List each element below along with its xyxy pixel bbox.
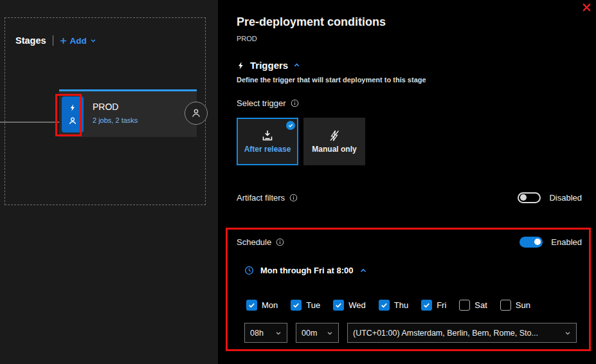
stage-connector-line xyxy=(0,122,60,123)
minute-select[interactable]: 00m xyxy=(296,323,339,343)
stages-label: Stages xyxy=(15,35,46,46)
toggle-knob xyxy=(534,239,541,245)
selected-radio-icon xyxy=(286,121,295,130)
hour-select[interactable]: 08h xyxy=(244,323,287,343)
person-icon xyxy=(191,108,201,118)
person-icon xyxy=(68,116,77,125)
stage-card-prod[interactable]: PROD 2 jobs, 2 tasks xyxy=(59,89,197,137)
info-icon[interactable] xyxy=(289,194,298,202)
day-checkbox-sun[interactable]: Sun xyxy=(500,300,530,311)
day-label: Tue xyxy=(306,300,320,310)
day-checkbox-tue[interactable]: Tue xyxy=(291,300,320,311)
lightning-icon xyxy=(69,104,77,112)
day-label: Thu xyxy=(394,300,408,310)
day-checkbox-wed[interactable]: Wed xyxy=(333,300,366,311)
schedule-days-row: Mon Tue Wed Thu Fri Sat xyxy=(246,300,530,311)
schedule-toggle[interactable] xyxy=(519,237,543,248)
day-label: Sun xyxy=(516,300,530,310)
stage-jobs-tasks-link[interactable]: 2 jobs, 2 tasks xyxy=(93,116,138,124)
day-label: Wed xyxy=(348,300,366,310)
trigger-options: After release Manual only xyxy=(237,118,365,165)
panel-stage-name: PROD xyxy=(237,35,257,42)
triggers-section-header[interactable]: Triggers xyxy=(237,60,300,71)
day-checkbox-fri[interactable]: Fri xyxy=(421,300,446,311)
day-checkbox-thu[interactable]: Thu xyxy=(379,300,408,311)
lightning-icon xyxy=(237,61,245,70)
day-checkbox-mon[interactable]: Mon xyxy=(246,300,278,311)
select-trigger-label: Select trigger xyxy=(237,98,286,108)
select-trigger-row: Select trigger xyxy=(237,98,299,108)
panel-title: Pre-deployment conditions xyxy=(237,15,386,29)
after-release-icon xyxy=(261,129,274,142)
artifact-filters-toggle[interactable] xyxy=(518,192,541,203)
trigger-option-manual-only[interactable]: Manual only xyxy=(303,118,365,165)
triggers-description: Define the trigger that will start deplo… xyxy=(237,76,426,84)
clock-icon xyxy=(244,266,254,275)
stage-card-accent-bar xyxy=(59,89,197,91)
schedule-summary-text: Mon through Fri at 8:00 xyxy=(260,266,353,275)
artifact-filters-row: Artifact filters Disabled xyxy=(237,190,582,205)
schedule-time-row: 08h 00m (UTC+01:00) Amsterdam, Berlin, B… xyxy=(244,323,577,343)
triggers-heading: Triggers xyxy=(250,60,288,71)
artifact-filters-label: Artifact filters xyxy=(237,193,285,203)
add-stage-label: Add xyxy=(70,36,87,46)
minute-value: 00m xyxy=(302,329,317,338)
chevron-down-icon xyxy=(90,37,96,44)
stage-title: PROD xyxy=(93,102,118,112)
add-stage-button[interactable]: Add xyxy=(60,36,96,46)
timezone-value: (UTC+01:00) Amsterdam, Berlin, Bern, Rom… xyxy=(353,329,538,338)
checkbox-checked-icon xyxy=(333,300,344,311)
pre-deployment-conditions-panel: Pre-deployment conditions PROD Triggers … xyxy=(218,0,596,364)
day-label: Fri xyxy=(437,300,446,310)
schedule-row: Schedule Enabled xyxy=(237,235,582,249)
schedule-summary-row[interactable]: Mon through Fri at 8:00 xyxy=(244,266,367,275)
timezone-select[interactable]: (UTC+01:00) Amsterdam, Berlin, Bern, Rom… xyxy=(347,323,577,343)
pre-deployment-conditions-button[interactable] xyxy=(62,96,84,132)
chevron-down-icon xyxy=(327,330,333,336)
plus-icon xyxy=(60,37,67,44)
chevron-down-icon xyxy=(564,330,571,336)
release-pipeline-screen: Stages Add xyxy=(0,0,596,364)
trigger-option-label: After release xyxy=(244,145,291,154)
schedule-label-group: Schedule xyxy=(237,237,284,247)
schedule-label: Schedule xyxy=(237,237,271,247)
checkbox-unchecked-icon xyxy=(500,300,511,311)
close-icon[interactable] xyxy=(582,3,591,12)
trigger-option-after-release[interactable]: After release xyxy=(237,118,298,165)
artifact-filters-label-group: Artifact filters xyxy=(237,193,298,203)
manual-only-icon xyxy=(328,129,341,142)
schedule-state: Enabled xyxy=(551,237,582,247)
checkbox-checked-icon xyxy=(291,300,302,311)
stages-header: Stages Add xyxy=(15,33,96,48)
chevron-down-icon xyxy=(275,330,282,336)
artifact-filters-state-group: Disabled xyxy=(518,192,582,203)
checkbox-checked-icon xyxy=(421,300,432,311)
toggle-knob xyxy=(520,194,527,201)
checkbox-unchecked-icon xyxy=(459,300,470,311)
hour-value: 08h xyxy=(250,329,264,338)
day-checkbox-sat[interactable]: Sat xyxy=(459,300,487,311)
schedule-state-group: Enabled xyxy=(519,237,582,248)
checkbox-checked-icon xyxy=(246,300,257,311)
checkbox-checked-icon xyxy=(379,300,390,311)
day-label: Sat xyxy=(474,300,487,310)
trigger-option-label: Manual only xyxy=(312,145,356,154)
info-icon[interactable] xyxy=(291,99,299,107)
artifact-filters-state: Disabled xyxy=(549,193,582,203)
day-label: Mon xyxy=(262,300,278,310)
pipeline-canvas: Stages Add xyxy=(0,0,218,364)
chevron-up-icon xyxy=(293,62,300,69)
stage-approver-badge[interactable] xyxy=(185,102,208,125)
header-divider xyxy=(53,35,53,46)
chevron-up-icon xyxy=(359,267,367,275)
info-icon[interactable] xyxy=(276,238,284,246)
